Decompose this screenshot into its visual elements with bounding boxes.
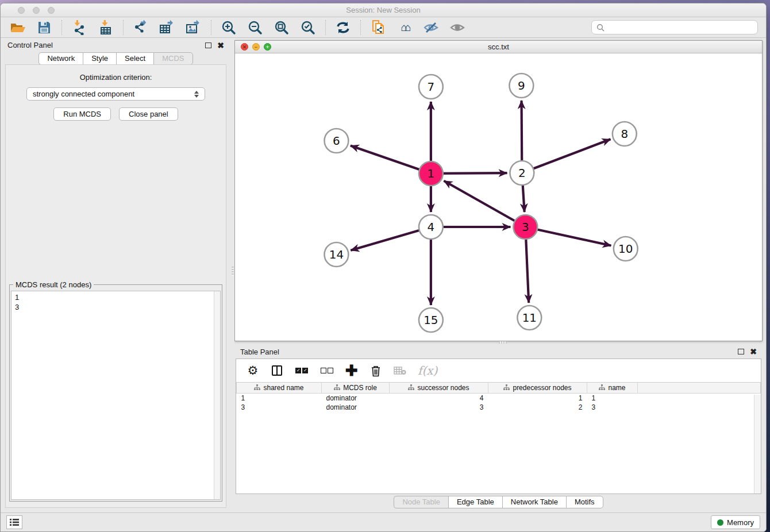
show-all-icon[interactable] <box>446 19 469 36</box>
two-houses-glyph: ⌂⌂ <box>401 21 409 34</box>
application-window: Session: New Session <box>0 3 767 532</box>
graph-node-8[interactable]: 8 <box>613 122 637 146</box>
toolbar-separator <box>61 20 62 35</box>
refresh-layout-icon[interactable] <box>332 19 355 36</box>
toolbar-separator <box>211 20 211 35</box>
graph-node-6[interactable]: 6 <box>324 129 348 153</box>
tab-motifs[interactable]: Motifs <box>566 496 603 508</box>
tab-network[interactable]: Network <box>38 52 83 65</box>
select-all-checkboxes-icon[interactable] <box>295 368 309 373</box>
table-scrollbar[interactable] <box>754 395 761 494</box>
memory-button[interactable]: Memory <box>711 515 760 529</box>
import-table-icon[interactable] <box>94 19 117 36</box>
mcds-result-groupbox: MCDS result (2 nodes) 13 <box>9 284 222 502</box>
toolbar-separator <box>325 20 326 35</box>
task-history-button[interactable] <box>6 515 22 529</box>
main-toolbar: ⌂⌂ <box>1 17 766 38</box>
close-panel-icon[interactable]: ✖ <box>217 43 224 48</box>
graph-node-11[interactable]: 11 <box>517 306 541 330</box>
node-table-body: 1dominator4113dominator323 <box>237 394 761 412</box>
column-header-MCDS-role[interactable]: MCDS role <box>322 383 390 394</box>
column-header-shared-name[interactable]: shared name <box>237 383 322 394</box>
tab-select[interactable]: Select <box>116 52 153 65</box>
export-network-icon[interactable] <box>129 19 152 36</box>
mcds-result-list[interactable]: 13 <box>11 291 221 500</box>
graph-edge-3-1[interactable] <box>444 181 525 227</box>
mcds-result-items: 13 <box>15 292 217 312</box>
table-cell: dominator <box>322 394 390 403</box>
window-minimize-button[interactable] <box>33 7 40 14</box>
window-title: Session: New Session <box>1 3 766 17</box>
window-titlebar: Session: New Session <box>1 3 766 17</box>
memory-label: Memory <box>727 518 754 527</box>
tab-node-table[interactable]: Node Table <box>394 496 448 508</box>
control-panel-tabs: NetworkStyleSelectMCDS <box>1 52 231 65</box>
delete-rows-icon[interactable] <box>369 365 382 377</box>
add-row-icon[interactable]: ✚ <box>345 365 358 376</box>
graph-node-3[interactable]: 3 <box>513 215 537 239</box>
network-maximize-button[interactable]: + <box>264 43 271 51</box>
tab-style[interactable]: Style <box>83 52 116 65</box>
graph-node-14[interactable]: 14 <box>324 242 348 267</box>
graph-node-9[interactable]: 9 <box>509 74 533 98</box>
network-window-title: scc.txt <box>235 41 762 53</box>
graph-node-4[interactable]: 4 <box>419 215 443 239</box>
show-column-panel-icon[interactable] <box>271 365 283 376</box>
network-canvas[interactable]: 7968124314101511 <box>235 53 762 341</box>
tab-network-table[interactable]: Network Table <box>502 496 566 508</box>
close-table-panel-icon[interactable]: ✖ <box>750 349 757 354</box>
deselect-all-checkboxes-icon[interactable] <box>320 368 334 373</box>
network-minimize-button[interactable]: − <box>252 43 260 51</box>
table-row[interactable]: 3dominator323 <box>237 403 761 412</box>
graph-node-10[interactable]: 10 <box>614 237 638 261</box>
table-row[interactable]: 1dominator411 <box>237 394 761 403</box>
run-mcds-button[interactable]: Run MCDS <box>53 107 111 121</box>
float-table-panel-icon[interactable] <box>738 349 744 354</box>
search-input[interactable] <box>607 23 753 32</box>
network-close-button[interactable]: ✕ <box>241 43 248 51</box>
settings-gear-icon[interactable]: ⚙ <box>247 364 259 377</box>
tab-edge-table[interactable]: Edge Table <box>448 496 502 508</box>
table-panel: Table Panel ✖ ⚙ ✚ <box>234 345 763 509</box>
criterion-dropdown[interactable]: strongly connected component <box>26 87 205 101</box>
zoom-out-icon[interactable] <box>244 19 267 36</box>
svg-text:3: 3 <box>522 220 529 234</box>
table-panel-tabs: Node TableEdge TableNetwork TableMotifs <box>234 495 763 509</box>
zoom-in-icon[interactable] <box>217 19 240 36</box>
mcds-result-item: 1 <box>15 292 217 302</box>
zoom-selected-icon[interactable] <box>297 19 319 36</box>
graph-node-1[interactable]: 1 <box>419 161 443 186</box>
optimization-criterion-label: Optimization criterion: <box>6 73 226 82</box>
graph-node-2[interactable]: 2 <box>510 161 534 185</box>
open-session-icon[interactable] <box>6 19 29 36</box>
search-field[interactable] <box>591 20 758 34</box>
zoom-fit-icon[interactable] <box>270 19 293 36</box>
window-zoom-button[interactable] <box>48 7 55 14</box>
graph-edge-3-10[interactable] <box>525 227 611 245</box>
graph-edge-2-8[interactable] <box>522 139 610 173</box>
column-header-successor-nodes[interactable]: successor nodes <box>390 383 488 394</box>
window-close-button[interactable] <box>18 7 25 14</box>
import-network-icon[interactable] <box>68 19 91 36</box>
save-session-icon[interactable] <box>33 19 56 36</box>
hide-selected-icon[interactable] <box>419 19 442 36</box>
column-header-name[interactable]: name <box>587 383 638 394</box>
network-graph: 7968124314101511 <box>235 53 762 341</box>
export-table-icon[interactable] <box>156 19 179 36</box>
float-panel-icon[interactable] <box>205 43 211 48</box>
search-icon <box>596 24 605 32</box>
graph-node-15[interactable]: 15 <box>419 308 443 332</box>
copy-network-view-icon[interactable] <box>367 19 390 36</box>
table-cell: 2 <box>488 403 587 412</box>
tab-mcds[interactable]: MCDS <box>153 52 192 65</box>
graph-node-7[interactable]: 7 <box>419 75 443 99</box>
export-image-icon[interactable] <box>182 19 205 36</box>
result-scrollbar[interactable] <box>214 291 220 499</box>
svg-text:10: 10 <box>618 242 633 256</box>
column-header-predecessor-nodes[interactable]: predecessor nodes <box>488 383 587 394</box>
canvas-splitter-grip[interactable] <box>499 341 507 344</box>
close-panel-button[interactable]: Close panel <box>119 107 178 121</box>
first-neighbors-icon[interactable]: ⌂⌂ <box>393 19 416 36</box>
table-cell: 1 <box>237 394 322 403</box>
panel-splitter[interactable] <box>231 38 234 512</box>
